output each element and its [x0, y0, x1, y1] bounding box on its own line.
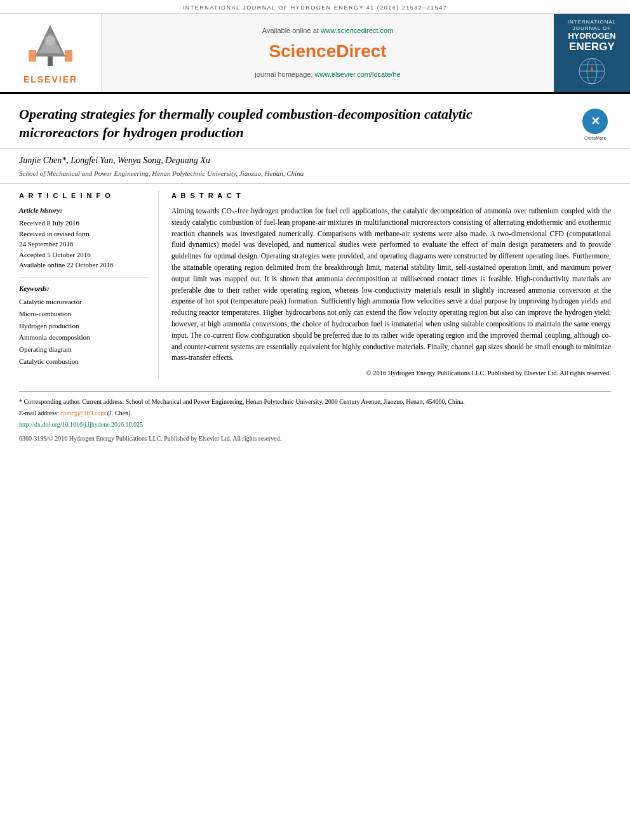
- received-revised-label: Received in revised form: [19, 229, 149, 239]
- svg-rect-4: [29, 50, 36, 62]
- article-info-column: A R T I C L E I N F O Article history: R…: [19, 191, 159, 378]
- copyright-line: © 2016 Hydrogen Energy Publications LLC.…: [171, 369, 611, 378]
- authors: Junjie Chen*, Longfei Yan, Wenya Song, D…: [19, 154, 611, 167]
- journal-homepage-url[interactable]: www.elsevier.com/locate/he: [315, 70, 401, 78]
- sciencedirect-logo: ScienceDirect: [269, 39, 386, 63]
- journal-homepage: journal homepage: www.elsevier.com/locat…: [255, 70, 400, 79]
- journal-header-text: INTERNATIONAL JOURNAL OF HYDROGEN ENERGY…: [183, 4, 448, 11]
- hydrogen-journal-logo: International Journal of HYDROGEN ENERGY: [554, 14, 630, 93]
- email-footnote: E-mail address: comcjj@163.com (J. Chen)…: [19, 408, 611, 418]
- authors-section: Junjie Chen*, Longfei Yan, Wenya Song, D…: [0, 149, 630, 183]
- hydrogen-journal-globe-icon: [576, 55, 608, 87]
- corresponding-author-note: * Corresponding author. Current address:…: [19, 397, 611, 406]
- keyword-1: Catalytic microreactor: [19, 296, 149, 308]
- received-date: Received 8 July 2016: [19, 218, 149, 229]
- abstract-column: A B S T R A C T Aiming towards COₓ-free …: [171, 191, 611, 378]
- hj-subtitle: International Journal of: [559, 19, 625, 32]
- email-link[interactable]: comcjj@163.com: [60, 410, 105, 417]
- elsevier-logo: [13, 20, 89, 71]
- crossmark-icon[interactable]: ✕: [582, 109, 608, 134]
- keyword-6: Catalytic combustion: [19, 356, 149, 368]
- article-info-header: A R T I C L E I N F O: [19, 191, 149, 201]
- abstract-text: Aiming towards COₓ-free hydrogen product…: [171, 206, 611, 364]
- received-revised-date: 24 September 2016: [19, 239, 149, 250]
- crossmark-badge[interactable]: ✕ CrossMark: [579, 109, 611, 142]
- svg-point-3: [45, 36, 55, 46]
- info-divider: [19, 277, 149, 277]
- keyword-3: Hydrogen production: [19, 320, 149, 332]
- abstract-paragraph: Aiming towards COₓ-free hydrogen product…: [171, 206, 611, 364]
- svg-rect-0: [48, 57, 53, 66]
- abstract-header: A B S T R A C T: [171, 191, 611, 201]
- article-history-label: Article history:: [19, 206, 149, 215]
- svg-rect-5: [65, 50, 72, 62]
- center-header: Available online at www.sciencedirect.co…: [102, 14, 554, 93]
- elsevier-logo-area: ELSEVIER: [0, 14, 102, 93]
- keywords-label: Keywords:: [19, 284, 149, 293]
- doi-link[interactable]: http://dx.doi.org/10.1016/j.ijhydene.201…: [19, 421, 143, 428]
- article-title-section: Operating strategies for thermally coupl…: [0, 94, 630, 149]
- sciencedirect-url[interactable]: www.sciencedirect.com: [321, 27, 393, 34]
- affiliation: School of Mechanical and Power Engineeri…: [19, 169, 611, 178]
- hj-main-title: HYDROGEN ENERGY: [568, 32, 615, 53]
- accepted-date: Accepted 5 October 2016: [19, 250, 149, 260]
- footer-section: * Corresponding author. Current address:…: [19, 391, 611, 429]
- available-online: Available online at www.sciencedirect.co…: [262, 26, 393, 36]
- white-space-bottom: [0, 456, 630, 583]
- keyword-2: Micro-combustion: [19, 308, 149, 320]
- keyword-5: Operating diagram: [19, 343, 149, 356]
- article-title: Operating strategies for thermally coupl…: [19, 105, 502, 142]
- issn-copyright: 0360-3199/© 2016 Hydrogen Energy Publica…: [19, 435, 281, 442]
- top-header: ELSEVIER Available online at www.science…: [0, 14, 630, 95]
- bottom-bar: 0360-3199/© 2016 Hydrogen Energy Publica…: [19, 434, 611, 456]
- keyword-4: Ammonia decomposition: [19, 331, 149, 343]
- elsevier-label: ELSEVIER: [23, 74, 77, 86]
- elsevier-tree-icon: [22, 22, 79, 69]
- two-column-section: A R T I C L E I N F O Article history: R…: [0, 183, 630, 385]
- journal-header-bar: INTERNATIONAL JOURNAL OF HYDROGEN ENERGY…: [0, 0, 630, 14]
- crossmark-label: CrossMark: [584, 135, 606, 142]
- doi-footnote: http://dx.doi.org/10.1016/j.ijhydene.201…: [19, 420, 611, 429]
- available-online-date: Available online 22 October 2016: [19, 260, 149, 270]
